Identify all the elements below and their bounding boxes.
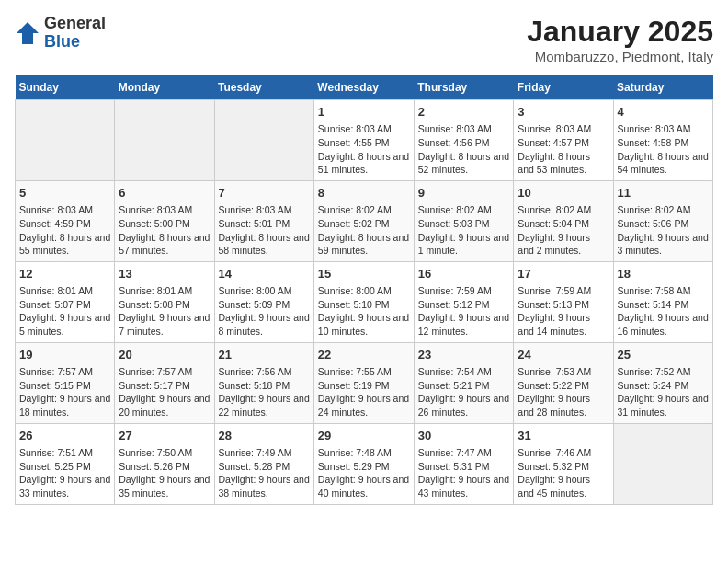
day-info: Sunrise: 7:51 AM Sunset: 5:25 PM Dayligh…: [19, 446, 110, 500]
calendar-cell: 15Sunrise: 8:00 AM Sunset: 5:10 PM Dayli…: [313, 261, 414, 342]
day-info: Sunrise: 7:46 AM Sunset: 5:32 PM Dayligh…: [518, 446, 609, 500]
day-info: Sunrise: 8:00 AM Sunset: 5:09 PM Dayligh…: [219, 284, 310, 339]
calendar-cell: 13Sunrise: 8:01 AM Sunset: 5:08 PM Dayli…: [115, 261, 214, 342]
header-thursday: Thursday: [414, 75, 514, 100]
calendar-cell: 20Sunrise: 7:57 AM Sunset: 5:17 PM Dayli…: [115, 342, 214, 423]
calendar-cell: 3Sunrise: 8:03 AM Sunset: 4:57 PM Daylig…: [514, 100, 613, 181]
day-number: 12: [19, 266, 110, 282]
calendar-cell: [214, 100, 313, 181]
week-row-4: 19Sunrise: 7:57 AM Sunset: 5:15 PM Dayli…: [16, 342, 713, 423]
day-info: Sunrise: 7:59 AM Sunset: 5:13 PM Dayligh…: [518, 284, 609, 339]
calendar-cell: [16, 100, 115, 181]
header-row: SundayMondayTuesdayWednesdayThursdayFrid…: [16, 75, 713, 100]
day-info: Sunrise: 8:02 AM Sunset: 5:02 PM Dayligh…: [318, 203, 410, 258]
day-info: Sunrise: 8:03 AM Sunset: 4:59 PM Dayligh…: [19, 203, 110, 258]
day-number: 31: [518, 428, 609, 444]
day-info: Sunrise: 7:48 AM Sunset: 5:29 PM Dayligh…: [318, 446, 410, 500]
header-tuesday: Tuesday: [214, 75, 313, 100]
day-info: Sunrise: 7:57 AM Sunset: 5:15 PM Dayligh…: [19, 365, 110, 419]
day-number: 14: [219, 266, 310, 282]
calendar-cell: 27Sunrise: 7:50 AM Sunset: 5:26 PM Dayli…: [115, 423, 214, 504]
day-info: Sunrise: 8:03 AM Sunset: 5:00 PM Dayligh…: [119, 203, 210, 258]
calendar-cell: [115, 100, 214, 181]
day-number: 21: [219, 347, 310, 363]
calendar-cell: 23Sunrise: 7:54 AM Sunset: 5:21 PM Dayli…: [414, 342, 514, 423]
calendar-cell: 12Sunrise: 8:01 AM Sunset: 5:07 PM Dayli…: [16, 261, 115, 342]
header-sunday: Sunday: [16, 75, 115, 100]
calendar-table: SundayMondayTuesdayWednesdayThursdayFrid…: [15, 75, 713, 505]
calendar-cell: 4Sunrise: 8:03 AM Sunset: 4:58 PM Daylig…: [613, 100, 713, 181]
day-number: 16: [418, 266, 510, 282]
day-number: 22: [318, 347, 410, 363]
day-number: 23: [418, 347, 510, 363]
day-number: 28: [219, 428, 310, 444]
day-info: Sunrise: 7:47 AM Sunset: 5:31 PM Dayligh…: [418, 446, 510, 500]
day-number: 5: [19, 185, 110, 201]
calendar-cell: 7Sunrise: 8:03 AM Sunset: 5:01 PM Daylig…: [214, 180, 313, 261]
calendar-cell: 29Sunrise: 7:48 AM Sunset: 5:29 PM Dayli…: [313, 423, 414, 504]
day-info: Sunrise: 7:53 AM Sunset: 5:22 PM Dayligh…: [518, 365, 609, 419]
calendar-cell: 1Sunrise: 8:03 AM Sunset: 4:55 PM Daylig…: [313, 100, 414, 181]
calendar-cell: 22Sunrise: 7:55 AM Sunset: 5:19 PM Dayli…: [313, 342, 414, 423]
calendar-cell: 26Sunrise: 7:51 AM Sunset: 5:25 PM Dayli…: [16, 423, 115, 504]
header-wednesday: Wednesday: [313, 75, 414, 100]
calendar-cell: 5Sunrise: 8:03 AM Sunset: 4:59 PM Daylig…: [16, 180, 115, 261]
page-header: General Blue January 2025 Mombaruzzo, Pi…: [15, 15, 713, 64]
day-info: Sunrise: 8:02 AM Sunset: 5:04 PM Dayligh…: [518, 203, 609, 258]
day-info: Sunrise: 8:01 AM Sunset: 5:07 PM Dayligh…: [19, 284, 110, 339]
calendar-cell: 19Sunrise: 7:57 AM Sunset: 5:15 PM Dayli…: [16, 342, 115, 423]
day-number: 13: [119, 266, 210, 282]
day-number: 29: [318, 428, 410, 444]
calendar-cell: 6Sunrise: 8:03 AM Sunset: 5:00 PM Daylig…: [115, 180, 214, 261]
day-number: 1: [318, 104, 410, 121]
day-info: Sunrise: 8:02 AM Sunset: 5:06 PM Dayligh…: [618, 203, 710, 258]
day-number: 15: [318, 266, 410, 282]
calendar-cell: 25Sunrise: 7:52 AM Sunset: 5:24 PM Dayli…: [613, 342, 713, 423]
day-number: 27: [119, 428, 210, 444]
day-number: 6: [119, 185, 210, 201]
day-info: Sunrise: 7:50 AM Sunset: 5:26 PM Dayligh…: [119, 446, 210, 500]
title-block: January 2025 Mombaruzzo, Piedmont, Italy: [527, 15, 713, 64]
day-number: 10: [518, 185, 609, 201]
day-number: 3: [518, 104, 609, 121]
day-info: Sunrise: 8:03 AM Sunset: 5:01 PM Dayligh…: [219, 203, 310, 258]
day-number: 19: [19, 347, 110, 363]
day-number: 4: [618, 104, 710, 121]
day-info: Sunrise: 7:56 AM Sunset: 5:18 PM Dayligh…: [219, 365, 310, 419]
calendar-cell: 16Sunrise: 7:59 AM Sunset: 5:12 PM Dayli…: [414, 261, 514, 342]
logo: General Blue: [15, 15, 106, 52]
day-number: 8: [318, 185, 410, 201]
calendar-cell: 31Sunrise: 7:46 AM Sunset: 5:32 PM Dayli…: [514, 423, 613, 504]
day-info: Sunrise: 7:58 AM Sunset: 5:14 PM Dayligh…: [618, 284, 710, 339]
day-number: 26: [19, 428, 110, 444]
day-number: 2: [418, 104, 510, 121]
day-number: 18: [618, 266, 710, 282]
svg-marker-0: [17, 22, 39, 44]
day-number: 9: [418, 185, 510, 201]
day-info: Sunrise: 7:52 AM Sunset: 5:24 PM Dayligh…: [618, 365, 710, 419]
day-info: Sunrise: 7:57 AM Sunset: 5:17 PM Dayligh…: [119, 365, 210, 419]
day-info: Sunrise: 7:49 AM Sunset: 5:28 PM Dayligh…: [219, 446, 310, 500]
logo-icon: [15, 20, 40, 46]
calendar-subtitle: Mombaruzzo, Piedmont, Italy: [527, 49, 713, 64]
day-info: Sunrise: 8:03 AM Sunset: 4:56 PM Dayligh…: [418, 122, 510, 177]
calendar-cell: 18Sunrise: 7:58 AM Sunset: 5:14 PM Dayli…: [613, 261, 713, 342]
calendar-cell: 9Sunrise: 8:02 AM Sunset: 5:03 PM Daylig…: [414, 180, 514, 261]
week-row-1: 1Sunrise: 8:03 AM Sunset: 4:55 PM Daylig…: [16, 100, 713, 181]
calendar-title: January 2025: [527, 15, 713, 49]
calendar-cell: 17Sunrise: 7:59 AM Sunset: 5:13 PM Dayli…: [514, 261, 613, 342]
day-number: 24: [518, 347, 609, 363]
week-row-5: 26Sunrise: 7:51 AM Sunset: 5:25 PM Dayli…: [16, 423, 713, 504]
header-friday: Friday: [514, 75, 613, 100]
header-monday: Monday: [115, 75, 214, 100]
day-info: Sunrise: 7:54 AM Sunset: 5:21 PM Dayligh…: [418, 365, 510, 419]
calendar-cell: 21Sunrise: 7:56 AM Sunset: 5:18 PM Dayli…: [214, 342, 313, 423]
calendar-cell: 11Sunrise: 8:02 AM Sunset: 5:06 PM Dayli…: [613, 180, 713, 261]
day-number: 30: [418, 428, 510, 444]
day-number: 25: [618, 347, 710, 363]
day-number: 7: [219, 185, 310, 201]
day-info: Sunrise: 8:01 AM Sunset: 5:08 PM Dayligh…: [119, 284, 210, 339]
calendar-cell: [613, 423, 713, 504]
calendar-cell: 2Sunrise: 8:03 AM Sunset: 4:56 PM Daylig…: [414, 100, 514, 181]
logo-general: General: [44, 15, 106, 33]
